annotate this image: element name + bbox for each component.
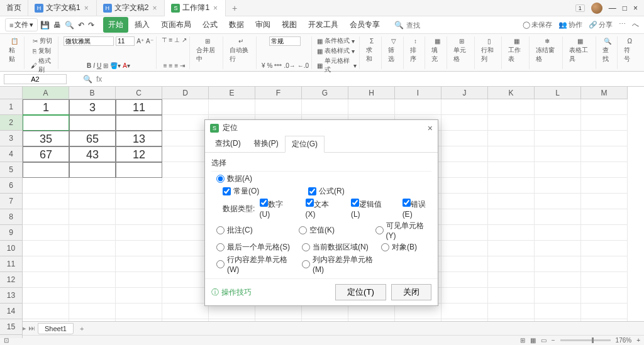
cell[interactable] bbox=[535, 162, 581, 178]
format-painter-button[interactable]: 🖌格式刷 bbox=[30, 55, 56, 75]
opt-comment[interactable]: 批注(C) bbox=[216, 225, 295, 236]
cell[interactable]: 67 bbox=[23, 146, 69, 162]
cell[interactable] bbox=[581, 209, 628, 225]
select-all-corner[interactable] bbox=[0, 87, 23, 99]
new-tab-button[interactable]: + bbox=[226, 3, 243, 13]
cell[interactable] bbox=[302, 99, 348, 115]
cell[interactable] bbox=[441, 288, 488, 304]
cell[interactable] bbox=[488, 288, 535, 304]
cut-button[interactable]: ✂剪切 bbox=[33, 36, 52, 45]
cell[interactable] bbox=[23, 178, 69, 194]
col-header[interactable]: M bbox=[581, 87, 628, 99]
cell[interactable] bbox=[162, 146, 209, 162]
cell[interactable]: 1 bbox=[23, 99, 69, 115]
file-menu[interactable]: ≡ 文件 ▾ bbox=[5, 18, 38, 31]
cell[interactable] bbox=[488, 162, 535, 178]
cell[interactable] bbox=[116, 162, 162, 178]
fill-button[interactable]: ▦填充 bbox=[430, 36, 444, 65]
col-header[interactable]: A bbox=[23, 87, 69, 99]
cell[interactable] bbox=[441, 194, 488, 209]
cell[interactable] bbox=[162, 241, 209, 256]
cell[interactable] bbox=[441, 146, 488, 162]
col-header[interactable]: J bbox=[441, 87, 488, 99]
cell[interactable] bbox=[116, 256, 162, 272]
tab-member[interactable]: 会员专享 bbox=[345, 17, 385, 33]
search-input[interactable] bbox=[406, 21, 431, 29]
cell[interactable] bbox=[581, 304, 628, 319]
find-button[interactable]: 🔍查找 bbox=[601, 36, 615, 65]
minimize-icon[interactable]: — bbox=[609, 4, 616, 13]
decrease-font-icon[interactable]: A⁻ bbox=[146, 38, 153, 45]
orientation-icon[interactable]: ↗ bbox=[182, 36, 187, 43]
dialog-close-button[interactable]: × bbox=[428, 123, 433, 133]
number-format-select[interactable] bbox=[269, 36, 301, 46]
cell[interactable] bbox=[69, 194, 116, 209]
currency-icon[interactable]: ¥ bbox=[262, 62, 265, 69]
cell[interactable] bbox=[69, 241, 116, 256]
opt-curdata[interactable]: 当前数据区域(N) bbox=[302, 242, 377, 253]
tab-doc1[interactable]: H 文字文稿1 × bbox=[28, 0, 97, 16]
font-size-select[interactable] bbox=[116, 36, 135, 46]
opt-rowdiff[interactable]: 行内容差异单元格(W) bbox=[216, 255, 298, 274]
paste-button[interactable]: 📋 粘贴 bbox=[8, 36, 21, 65]
cell[interactable] bbox=[535, 131, 581, 146]
cell[interactable] bbox=[162, 288, 209, 304]
opt-const[interactable]: 常量(O) bbox=[223, 186, 304, 197]
align-right-icon[interactable]: ≡ bbox=[174, 62, 178, 69]
cell[interactable] bbox=[23, 162, 69, 178]
cell[interactable] bbox=[69, 209, 116, 225]
cell[interactable] bbox=[581, 272, 628, 288]
cell[interactable] bbox=[23, 225, 69, 241]
cell[interactable] bbox=[488, 225, 535, 241]
cell[interactable] bbox=[441, 162, 488, 178]
cell[interactable] bbox=[162, 256, 209, 272]
tab-dev-tools[interactable]: 开发工具 bbox=[303, 17, 343, 33]
cell[interactable] bbox=[581, 162, 628, 178]
col-header[interactable]: I bbox=[395, 87, 441, 99]
cell[interactable] bbox=[162, 194, 209, 209]
search-box[interactable]: 🔍 bbox=[391, 19, 435, 31]
col-header[interactable]: F bbox=[255, 87, 302, 99]
tab-page-layout[interactable]: 页面布局 bbox=[156, 17, 196, 33]
cell[interactable] bbox=[23, 272, 69, 288]
cell[interactable] bbox=[488, 209, 535, 225]
cell[interactable] bbox=[116, 288, 162, 304]
bold-button[interactable]: B bbox=[87, 62, 91, 69]
cell[interactable] bbox=[581, 115, 628, 131]
view-page-icon[interactable]: ▭ bbox=[541, 337, 547, 344]
cell[interactable] bbox=[441, 209, 488, 225]
cell-style-button[interactable]: ▦单元格样式▾ bbox=[317, 57, 357, 74]
wrap-text-button[interactable]: ↵自动换行 bbox=[228, 36, 253, 65]
cell[interactable] bbox=[162, 304, 209, 319]
view-mode-icon[interactable]: ▦ bbox=[530, 337, 536, 344]
opt-data[interactable]: 数据(A) bbox=[216, 173, 298, 184]
tab-insert[interactable]: 插入 bbox=[130, 17, 155, 33]
cell[interactable] bbox=[535, 115, 581, 131]
row-col-button[interactable]: ▯行和列 bbox=[480, 36, 499, 65]
cell[interactable] bbox=[441, 115, 488, 131]
opt-visible[interactable]: 可见单元格(Y) bbox=[375, 221, 431, 240]
cell[interactable] bbox=[488, 146, 535, 162]
cell[interactable] bbox=[23, 241, 69, 256]
dialog-tab-replace[interactable]: 替换(P) bbox=[247, 136, 285, 152]
goto-close-button[interactable]: 关闭 bbox=[391, 284, 431, 300]
window-close-icon[interactable]: × bbox=[633, 4, 638, 13]
indent-icon[interactable]: ⇥ bbox=[180, 62, 185, 69]
cell[interactable] bbox=[116, 272, 162, 288]
col-header[interactable]: D bbox=[162, 87, 209, 99]
cell[interactable] bbox=[488, 115, 535, 131]
cell[interactable] bbox=[488, 304, 535, 319]
col-header[interactable]: G bbox=[302, 87, 348, 99]
cell[interactable] bbox=[255, 99, 302, 115]
cell[interactable] bbox=[116, 178, 162, 194]
cell[interactable]: 11 bbox=[116, 99, 162, 115]
border-button[interactable]: ⊞ bbox=[103, 62, 108, 69]
cell[interactable] bbox=[116, 304, 162, 319]
cell[interactable] bbox=[162, 131, 209, 146]
tab-formula[interactable]: 公式 bbox=[197, 17, 223, 33]
cell[interactable] bbox=[581, 288, 628, 304]
font-color-button[interactable]: A▾ bbox=[123, 62, 130, 69]
view-icon[interactable]: ⊞ bbox=[520, 337, 525, 344]
print-icon[interactable]: 🖶 bbox=[53, 21, 61, 30]
cell[interactable] bbox=[348, 99, 395, 115]
